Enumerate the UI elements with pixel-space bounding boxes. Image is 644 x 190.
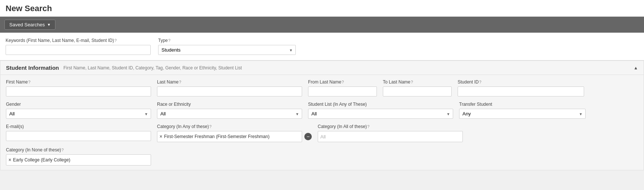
email-group: E-mail(s) xyxy=(6,124,151,141)
remove-all-button[interactable]: − xyxy=(304,133,312,140)
page-title: New Search xyxy=(0,0,644,17)
type-label: Type? xyxy=(158,38,296,43)
category-all-tag-box[interactable]: All xyxy=(318,131,463,142)
category-any-row: × First-Semester Freshman (First-Semeste… xyxy=(157,131,312,142)
category-none-group: Category (In None of these)? × Early Col… xyxy=(6,147,151,166)
student-information-title: Student Information xyxy=(6,65,59,71)
transfer-student-select[interactable]: Any Yes No xyxy=(459,109,586,119)
last-name-label: Last Name? xyxy=(157,79,302,85)
type-select-wrapper: Students Applicants All xyxy=(158,45,296,55)
category-any-label: Category (In Any of these)? xyxy=(157,124,312,129)
first-name-group: First Name? xyxy=(6,79,151,96)
to-last-name-group: To Last Name? xyxy=(383,79,452,96)
category-any-tag: First-Semester Freshman (First-Semester … xyxy=(164,134,269,139)
student-list-label: Student List (In Any of These) xyxy=(308,102,453,107)
gender-group: Gender All Male Female Other xyxy=(6,102,151,119)
last-name-input[interactable] xyxy=(157,86,302,96)
category-any-group: Category (In Any of these)? × First-Seme… xyxy=(157,124,312,142)
tag-remove-icon[interactable]: × xyxy=(160,134,162,139)
toolbar: Saved Searches ▼ xyxy=(0,17,644,33)
keywords-section: Keywords (First Name, Last Name, E-mail,… xyxy=(0,33,644,60)
first-name-label: First Name? xyxy=(6,79,151,85)
gender-label: Gender xyxy=(6,102,151,107)
saved-searches-label: Saved Searches xyxy=(9,22,45,27)
student-list-group: Student List (In Any of These) All xyxy=(308,102,453,119)
race-ethnicity-group: Race or Ethnicity All xyxy=(157,102,302,119)
email-input[interactable] xyxy=(6,131,151,141)
category-none-tag-box: × Early College (Early College) xyxy=(6,154,151,166)
type-field-group: Type? Students Applicants All xyxy=(158,38,296,55)
to-last-name-label: To Last Name? xyxy=(383,79,452,85)
category-none-tag-remove-icon[interactable]: × xyxy=(9,157,11,163)
keywords-input[interactable] xyxy=(6,45,151,55)
student-list-select[interactable]: All xyxy=(308,109,453,119)
type-select[interactable]: Students Applicants All xyxy=(158,45,296,55)
keywords-field-group: Keywords (First Name, Last Name, E-mail,… xyxy=(6,38,151,55)
keywords-label: Keywords (First Name, Last Name, E-mail,… xyxy=(6,38,151,43)
gender-select[interactable]: All Male Female Other xyxy=(6,109,151,119)
email-label: E-mail(s) xyxy=(6,124,151,129)
category-all-placeholder: All xyxy=(320,134,326,140)
first-name-input[interactable] xyxy=(6,86,151,96)
from-last-name-group: From Last Name? xyxy=(308,79,377,96)
student-information-body: First Name? Last Name? From Last Name? T… xyxy=(0,75,644,170)
student-id-label: Student ID? xyxy=(458,79,584,85)
category-none-label: Category (In None of these)? xyxy=(6,147,151,153)
transfer-student-select-wrapper: Any Yes No xyxy=(459,109,586,119)
category-all-label: Category (In All of these)? xyxy=(318,124,463,129)
student-information-subtitle: First Name, Last Name, Student ID, Categ… xyxy=(64,65,242,71)
category-none-tag: Early College (Early College) xyxy=(13,157,70,163)
student-id-group: Student ID? xyxy=(458,79,584,96)
gender-select-wrapper: All Male Female Other xyxy=(6,109,151,119)
transfer-student-label: Transfer Student xyxy=(459,102,586,107)
race-ethnicity-select[interactable]: All xyxy=(157,109,302,119)
to-last-name-input[interactable] xyxy=(383,86,452,96)
from-last-name-input[interactable] xyxy=(308,86,377,96)
student-information-header: Student Information First Name, Last Nam… xyxy=(0,60,644,75)
chevron-down-icon: ▼ xyxy=(47,23,51,27)
saved-searches-button[interactable]: Saved Searches ▼ xyxy=(4,20,55,30)
race-ethnicity-label: Race or Ethnicity xyxy=(157,102,302,107)
last-name-group: Last Name? xyxy=(157,79,302,96)
category-all-group: Category (In All of these)? All xyxy=(318,124,463,142)
student-list-select-wrapper: All xyxy=(308,109,453,119)
from-last-name-label: From Last Name? xyxy=(308,79,377,85)
race-ethnicity-select-wrapper: All xyxy=(157,109,302,119)
student-id-input[interactable] xyxy=(458,86,584,96)
collapse-icon[interactable]: ▲ xyxy=(634,65,638,71)
transfer-student-group: Transfer Student Any Yes No xyxy=(459,102,586,119)
category-any-tag-box: × First-Semester Freshman (First-Semeste… xyxy=(157,131,302,142)
